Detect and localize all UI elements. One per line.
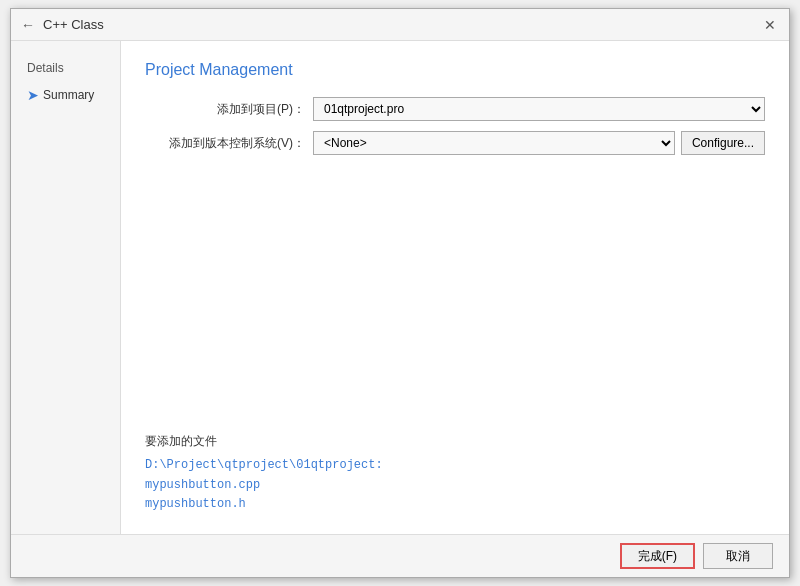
section-title: Project Management (145, 61, 765, 79)
configure-button[interactable]: Configure... (681, 131, 765, 155)
files-section: 要添加的文件 D:\Project\qtproject\01qtproject:… (145, 417, 765, 514)
sidebar-item-summary-label: Summary (43, 88, 94, 102)
close-button[interactable]: ✕ (761, 16, 779, 34)
form-row-project: 添加到项目(P)： 01qtproject.pro (145, 97, 765, 121)
files-list: mypushbutton.cpp mypushbutton.h (145, 476, 765, 514)
back-arrow-icon[interactable]: ← (21, 17, 35, 33)
dialog-footer: 完成(F) 取消 (11, 534, 789, 577)
dialog-body: Details ➤ Summary Project Management 添加到… (11, 41, 789, 534)
vcs-select[interactable]: <None> (313, 131, 675, 155)
vcs-control-wrap: <None> Configure... (313, 131, 765, 155)
file-item-h: mypushbutton.h (145, 495, 765, 514)
project-select-wrapper: 01qtproject.pro (313, 97, 765, 121)
dialog-window: ← C++ Class ✕ Details ➤ Summary Project … (10, 8, 790, 578)
files-label: 要添加的文件 (145, 433, 765, 450)
files-path: D:\Project\qtproject\01qtproject: (145, 458, 765, 472)
project-select[interactable]: 01qtproject.pro (313, 97, 765, 121)
sidebar-arrow-icon: ➤ (27, 87, 39, 103)
cancel-button[interactable]: 取消 (703, 543, 773, 569)
sidebar-item-summary[interactable]: ➤ Summary (19, 83, 112, 107)
finish-button[interactable]: 完成(F) (620, 543, 695, 569)
sidebar-item-details[interactable]: Details (19, 57, 112, 79)
main-content: Project Management 添加到项目(P)： 01qtproject… (121, 41, 789, 534)
title-bar-left: ← C++ Class (21, 17, 104, 33)
dialog-title: C++ Class (43, 17, 104, 32)
sidebar-item-details-label: Details (27, 61, 64, 75)
form-row-vcs: 添加到版本控制系统(V)： <None> Configure... (145, 131, 765, 155)
file-item-cpp: mypushbutton.cpp (145, 476, 765, 495)
form-label-vcs: 添加到版本控制系统(V)： (145, 135, 305, 152)
title-bar: ← C++ Class ✕ (11, 9, 789, 41)
form-label-project: 添加到项目(P)： (145, 101, 305, 118)
vcs-select-wrapper: <None> (313, 131, 675, 155)
sidebar: Details ➤ Summary (11, 41, 121, 534)
